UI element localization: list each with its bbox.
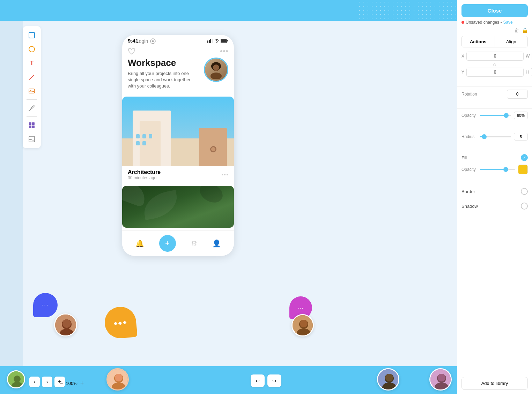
link-toggle[interactable] — [493, 63, 496, 66]
fill-opacity-slider[interactable] — [480, 169, 515, 170]
right-panel: Close Unsaved changes - Save 🗑 🔒 Actions… — [457, 0, 532, 394]
radius-value[interactable] — [514, 133, 528, 141]
zoom-controls: − 100% + — [59, 380, 84, 387]
fill-section: Fill ✓ Opacity — [457, 154, 532, 182]
left-toolbar: T — [23, 26, 41, 148]
svg-rect-20 — [227, 40, 228, 41]
svg-rect-8 — [29, 126, 31, 128]
svg-rect-19 — [221, 39, 227, 42]
toolbar-image[interactable] — [25, 85, 38, 97]
blue-chat-bubble: ··· — [33, 293, 58, 317]
toolbar-text[interactable]: T — [25, 57, 38, 69]
shadow-toggle[interactable] — [521, 203, 528, 210]
svg-point-51 — [385, 374, 393, 381]
toolbar-divider2 — [27, 116, 37, 117]
avatar-woman-3 — [429, 368, 452, 391]
divider3 — [457, 130, 532, 130]
divider2 — [457, 108, 532, 109]
border-section: Border — [457, 188, 532, 203]
svg-line-2 — [30, 75, 34, 79]
lock-icon[interactable]: 🔒 — [522, 28, 528, 33]
svg-rect-9 — [32, 126, 35, 128]
add-to-library-button[interactable]: Add to library — [461, 377, 528, 390]
card-footer: Architecture 30 minutes ago — [122, 166, 234, 183]
svg-point-1 — [29, 46, 35, 52]
prev-page-button[interactable]: ‹ — [29, 377, 40, 387]
avatar-man-1 — [54, 313, 77, 336]
heart-icon[interactable] — [128, 48, 135, 55]
undo-redo-controls: ↩ ↪ — [251, 374, 281, 387]
svg-point-55 — [438, 374, 445, 381]
svg-point-29 — [217, 67, 217, 67]
divider1 — [457, 86, 532, 87]
phone-header — [122, 45, 234, 58]
radius-label: Radius — [461, 134, 477, 139]
toolbar-circle[interactable] — [25, 43, 38, 55]
rotation-input[interactable] — [507, 90, 528, 99]
unsaved-indicator — [461, 21, 464, 24]
fill-toggle[interactable]: ✓ — [521, 154, 528, 161]
architecture-card: Architecture 30 minutes ago — [122, 97, 234, 183]
zoom-out-button[interactable]: − — [59, 380, 63, 387]
svg-rect-6 — [29, 122, 31, 125]
x-input[interactable] — [466, 52, 524, 61]
yellow-chat-bubble: ◆◆◆ — [105, 307, 136, 338]
toolbar-inbox[interactable] — [25, 133, 38, 145]
settings-icon[interactable]: ⚙ — [191, 239, 197, 248]
redo-button[interactable]: ↪ — [267, 374, 281, 387]
toolbar-brush[interactable] — [25, 102, 38, 114]
svg-point-23 — [226, 50, 228, 52]
y-input[interactable] — [466, 68, 524, 77]
svg-point-38 — [14, 376, 21, 382]
phone-nav: 🔔 + ⚙ 👤 — [122, 230, 234, 256]
svg-point-21 — [220, 50, 222, 52]
add-button[interactable]: + — [159, 235, 176, 252]
svg-rect-0 — [29, 32, 35, 38]
wifi-icon — [214, 39, 219, 43]
phone-avatar — [204, 58, 228, 82]
next-page-button[interactable]: › — [42, 377, 52, 387]
svg-point-22 — [223, 50, 225, 52]
card-time: 30 minutes ago — [128, 175, 161, 180]
fill-opacity-label: Opacity — [461, 167, 477, 172]
opacity-slider[interactable] — [480, 115, 511, 116]
radius-slider[interactable] — [480, 136, 511, 137]
settings-icon[interactable] — [150, 38, 156, 44]
phone-description: Bring all your projects into one single … — [128, 70, 200, 90]
svg-rect-10 — [29, 136, 35, 142]
svg-point-30 — [222, 174, 223, 175]
toolbar-pen[interactable] — [25, 71, 38, 83]
avatar-woman-1 — [106, 368, 129, 391]
svg-rect-15 — [210, 39, 211, 43]
bell-icon[interactable]: 🔔 — [135, 239, 144, 248]
svg-rect-7 — [32, 122, 35, 125]
toolbar-grid[interactable] — [25, 119, 38, 131]
avatar-woman-2 — [377, 368, 399, 391]
save-link[interactable]: Save — [503, 20, 512, 25]
close-button[interactable]: Close — [461, 4, 528, 17]
delete-icon[interactable]: 🗑 — [514, 28, 519, 33]
svg-point-28 — [215, 67, 215, 67]
rotation-label: Rotation — [461, 92, 477, 97]
svg-point-36 — [62, 319, 71, 328]
unsaved-row: Unsaved changes - Save — [457, 17, 532, 28]
tab-actions[interactable]: Actions — [462, 36, 495, 47]
rotation-section: Rotation — [457, 90, 532, 106]
svg-point-32 — [227, 174, 228, 175]
svg-point-27 — [213, 65, 219, 71]
divider4 — [457, 151, 532, 151]
profile-icon[interactable]: 👤 — [212, 239, 221, 248]
tab-align[interactable]: Align — [495, 36, 528, 47]
undo-button[interactable]: ↩ — [251, 374, 265, 387]
card-more-icon[interactable] — [221, 173, 228, 176]
w-label: W — [526, 54, 530, 59]
phone-title: Workspace — [128, 58, 200, 68]
svg-point-25 — [210, 73, 222, 79]
toolbar-square[interactable] — [25, 29, 38, 41]
opacity-value[interactable] — [514, 112, 528, 119]
more-icon[interactable] — [220, 50, 228, 53]
svg-point-12 — [152, 40, 154, 42]
color-swatch[interactable] — [518, 165, 528, 174]
border-toggle[interactable] — [521, 188, 528, 195]
zoom-in-button[interactable]: + — [80, 380, 84, 387]
